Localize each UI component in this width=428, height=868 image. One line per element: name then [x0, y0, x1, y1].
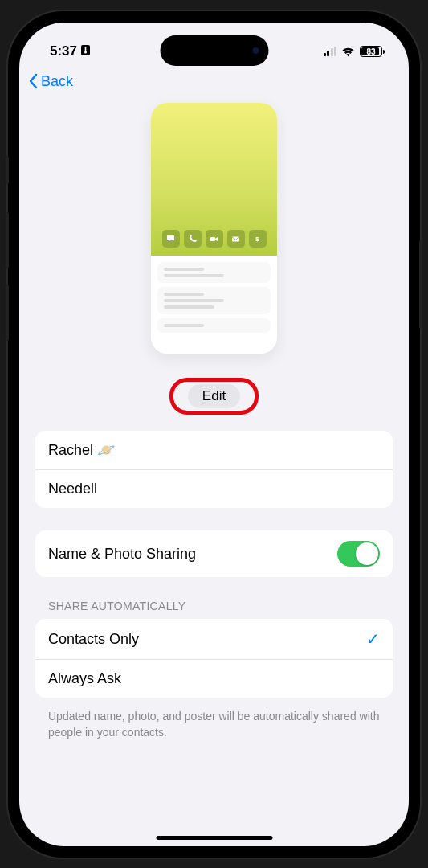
- status-left: 5:37: [50, 43, 90, 59]
- name-photo-sharing-row: Name & Photo Sharing: [35, 530, 393, 577]
- content: $ Edit: [19, 103, 409, 740]
- name-section: Rachel 🪐 Needell: [35, 431, 393, 508]
- last-name-value: Needell: [48, 481, 97, 497]
- battery-icon: 83: [360, 46, 385, 57]
- always-ask-option[interactable]: Always Ask: [35, 660, 393, 698]
- edit-button[interactable]: Edit: [188, 384, 240, 408]
- sharing-toggle[interactable]: [337, 541, 380, 567]
- sharing-section: Name & Photo Sharing: [35, 530, 393, 577]
- message-icon: [162, 230, 180, 248]
- dynamic-island: [160, 35, 268, 66]
- back-button[interactable]: Back: [27, 73, 73, 90]
- contacts-only-option[interactable]: Contacts Only ✓: [35, 619, 393, 660]
- volume-up-button: [6, 212, 9, 268]
- phone-icon: [184, 230, 202, 248]
- video-icon: [206, 230, 223, 248]
- first-name-field[interactable]: Rachel 🪐: [35, 431, 393, 470]
- nav-bar: Back: [19, 67, 409, 100]
- svg-rect-3: [210, 237, 215, 241]
- sharing-label: Name & Photo Sharing: [48, 546, 196, 563]
- mail-icon: [227, 230, 245, 248]
- mute-switch: [6, 156, 9, 184]
- share-automatically-group: SHARE AUTOMATICALLY Contacts Only ✓ Alwa…: [35, 600, 393, 740]
- battery-percent: 83: [366, 47, 375, 56]
- contact-poster-preview[interactable]: $: [35, 103, 393, 354]
- signal-icon: [324, 47, 337, 56]
- share-auto-footer: Updated name, photo, and poster will be …: [35, 702, 393, 740]
- svg-text:$: $: [255, 235, 259, 243]
- edit-highlight: Edit: [169, 378, 259, 415]
- status-time: 5:37: [50, 43, 77, 59]
- svg-rect-2: [85, 47, 87, 51]
- status-right: 83: [324, 46, 385, 57]
- svg-rect-4: [232, 236, 239, 241]
- back-label: Back: [41, 73, 73, 90]
- first-name-value: Rachel 🪐: [48, 441, 115, 459]
- screen: 5:37 83: [19, 23, 409, 846]
- edit-label: Edit: [202, 388, 226, 403]
- contacts-only-label: Contacts Only: [48, 631, 139, 648]
- orientation-lock-icon: [81, 45, 90, 58]
- pay-icon: $: [249, 230, 267, 248]
- share-auto-header: SHARE AUTOMATICALLY: [35, 600, 393, 619]
- power-button: [419, 240, 422, 329]
- svg-point-1: [84, 51, 87, 54]
- last-name-field[interactable]: Needell: [35, 470, 393, 508]
- home-indicator[interactable]: [156, 836, 272, 840]
- always-ask-label: Always Ask: [48, 670, 121, 687]
- checkmark-icon: ✓: [366, 629, 380, 649]
- phone-frame: 5:37 83: [8, 11, 420, 858]
- volume-down-button: [6, 285, 9, 341]
- wifi-icon: [341, 47, 355, 57]
